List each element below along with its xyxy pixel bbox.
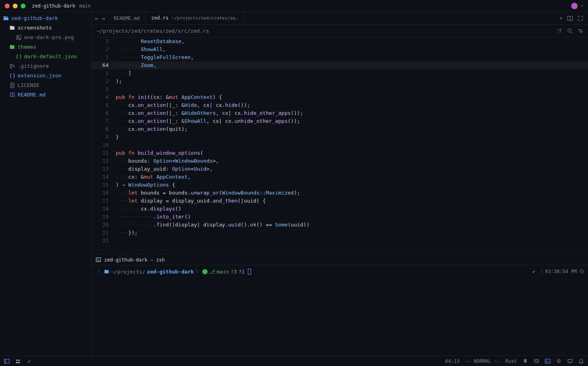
code-line[interactable]: 1········ToggleFullScreen,: [92, 53, 588, 61]
settings-icon[interactable]: [578, 28, 583, 34]
code-line[interactable]: 3········ResetDatabase,: [92, 37, 588, 45]
code-line[interactable]: 21····});: [92, 229, 588, 237]
line-number: 3: [92, 85, 114, 93]
code-line[interactable]: 20············.find(|display| display.uu…: [92, 221, 588, 229]
language-label[interactable]: Rust: [505, 358, 517, 364]
terminal-toggle-icon[interactable]: [545, 358, 550, 364]
code-line[interactable]: 18········cx.displays(): [92, 205, 588, 213]
line-number: 7: [92, 117, 114, 125]
nav-forward-icon[interactable]: →: [101, 15, 105, 22]
code-line[interactable]: 14····cx: &mut AppContext,: [92, 173, 588, 181]
line-number: 2: [92, 45, 114, 53]
split-pane-icon[interactable]: [567, 16, 573, 21]
tree-item-readme-md[interactable]: README.md: [0, 90, 91, 100]
terminal-body[interactable]: 〉 ~/projects/zed-github-dark 〉 ⎇ main !3…: [92, 266, 588, 356]
tree-item-themes[interactable]: themes: [0, 42, 91, 52]
code-line[interactable]: 64········Zoom,: [92, 61, 588, 69]
line-number: 22: [92, 237, 114, 245]
tree-item-one-dark-pro-png[interactable]: one-dark-pro.png: [0, 33, 91, 42]
prompt-path-prefix: ~/projects/: [111, 269, 145, 275]
panel-left-icon[interactable]: [4, 358, 10, 364]
code-line[interactable]: 16····let bounds = bounds.unwrap_or(Wind…: [92, 189, 588, 197]
code-line[interactable]: 5····cx.on_action(|_: &Hide, cx| cx.hide…: [92, 101, 588, 109]
inlay-hints-icon[interactable]: :T: [556, 28, 562, 34]
branch-label[interactable]: main: [79, 3, 91, 9]
line-number: 6: [92, 109, 114, 117]
tree-item-label: extension.json: [18, 72, 61, 80]
tab-label: README.md: [114, 16, 140, 21]
feedback-icon[interactable]: [534, 358, 539, 364]
statusbar: ✓ 64:13 -- NORMAL -- Rust: [0, 356, 588, 366]
svg-line-12: [571, 31, 572, 33]
search-icon[interactable]: [567, 28, 572, 34]
svg-point-15: [579, 29, 580, 30]
readme-blue-icon: [10, 92, 15, 98]
tree-item-dark-default-json[interactable]: dark-default.json: [0, 52, 91, 61]
svg-point-16: [581, 31, 582, 32]
close-window-button[interactable]: [5, 4, 10, 8]
tab-zed-rs[interactable]: zed.rs~/projects/zed/crates/ze…: [146, 12, 244, 24]
tree-item-license[interactable]: LICENSE: [0, 81, 91, 90]
line-number: 4: [92, 93, 114, 101]
code-line[interactable]: 8····cx.on_action(quit);: [92, 125, 588, 133]
project-root[interactable]: zed-github-dark: [0, 14, 91, 23]
line-number: 12: [92, 157, 114, 165]
code-line[interactable]: 15) → WindowOptions {: [92, 181, 588, 189]
tree-item-screenshots[interactable]: screenshots: [0, 23, 91, 33]
svg-point-3: [10, 67, 12, 69]
code-line[interactable]: 12····bounds: Option<WindowBounds>,: [92, 157, 588, 165]
terminal-tab-label[interactable]: zed-github-dark — zsh: [104, 257, 165, 263]
clock-icon: [579, 269, 584, 274]
cursor-position[interactable]: 64:13: [445, 358, 459, 364]
fullscreen-window-button[interactable]: [21, 4, 26, 8]
code-line[interactable]: 4pub fn init(cx: &mut AppContext) {: [92, 93, 588, 101]
code-line[interactable]: 19············.into_iter(): [92, 213, 588, 221]
code-line[interactable]: 7····cx.on_action(|_: &ShowAll, cx| cx.u…: [92, 117, 588, 125]
diagnostics-check-icon[interactable]: ✓: [26, 358, 32, 364]
assistant-icon[interactable]: [556, 358, 562, 364]
tab-readme-md[interactable]: README.md: [108, 12, 146, 24]
code-line[interactable]: 2);: [92, 77, 588, 85]
chevron-down-icon[interactable]: ▾: [581, 4, 583, 8]
tree-item-extension-json[interactable]: extension.json: [0, 71, 91, 81]
tab-label: zed.rs: [151, 15, 168, 21]
code-line[interactable]: 13····display_uuid: Option<Uuid>,: [92, 165, 588, 173]
project-title[interactable]: zed-github-dark: [32, 3, 75, 9]
copilot-icon[interactable]: [523, 358, 528, 364]
breadcrumb-path[interactable]: ~/projects/zed/crates/zed/src/zed.rs: [97, 28, 209, 34]
collab-icon[interactable]: [15, 358, 21, 364]
code-line[interactable]: 1····]: [92, 69, 588, 77]
prompt-branch: main: [217, 269, 229, 275]
git-icon: [10, 63, 15, 69]
tree-item--gitignore[interactable]: .gitignore: [0, 61, 91, 71]
folder-open-icon: [3, 16, 9, 21]
line-number: 10: [92, 141, 114, 149]
code-line[interactable]: 2········ShowAll,: [92, 45, 588, 53]
chat-icon[interactable]: [567, 358, 573, 364]
prompt-path: zed-github-dark: [147, 269, 194, 275]
expand-icon[interactable]: [578, 16, 583, 21]
vim-mode: -- NORMAL --: [465, 358, 500, 364]
svg-point-21: [16, 359, 18, 361]
line-number: 5: [92, 101, 114, 109]
notifications-icon[interactable]: [578, 358, 584, 364]
tab-path: ~/projects/zed/crates/ze…: [172, 16, 238, 21]
line-number: 3: [92, 37, 114, 45]
code-line[interactable]: 17····let display = display_uuid.and_the…: [92, 197, 588, 205]
json-icon: [16, 54, 22, 59]
folder-icon: [104, 269, 109, 274]
code-line[interactable]: 10: [92, 141, 588, 149]
code-line[interactable]: 6····cx.on_action(|_: &HideOthers, cx| c…: [92, 109, 588, 117]
code-line[interactable]: 11pub fn build_window_options(: [92, 149, 588, 157]
minimize-window-button[interactable]: [13, 4, 18, 8]
avatar[interactable]: [571, 3, 578, 9]
code-line[interactable]: 3: [92, 85, 588, 93]
code-line[interactable]: 22: [92, 237, 588, 245]
svg-rect-17: [96, 258, 101, 262]
tree-item-label: dark-default.json: [24, 53, 77, 61]
new-tab-icon[interactable]: +: [559, 15, 562, 21]
nav-back-icon[interactable]: ←: [95, 15, 98, 22]
code-editor[interactable]: 3········ResetDatabase,2········ShowAll,…: [92, 37, 588, 254]
code-line[interactable]: 9}: [92, 133, 588, 141]
editor-area: ← → README.mdzed.rs~/projects/zed/crates…: [92, 12, 588, 356]
